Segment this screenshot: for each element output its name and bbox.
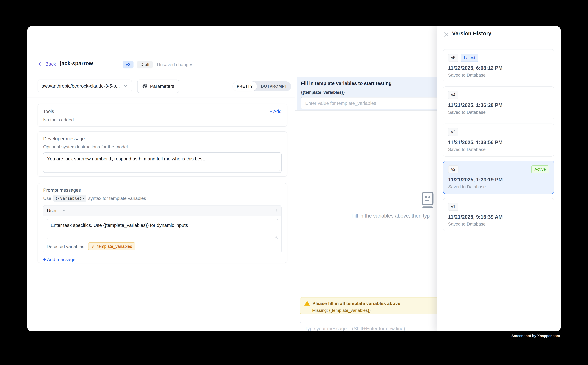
tools-empty-text: No tools added [43, 117, 282, 122]
version-history-divider [436, 44, 560, 44]
version-history-header: Version History [436, 26, 560, 44]
toggle-option-pretty[interactable]: PRETTY [233, 81, 257, 91]
header-badges: v2 Draft Unsaved changes [123, 61, 193, 69]
plus-icon: + [270, 109, 272, 114]
prompt-messages-card: Prompt messages Use {{variable}} syntax … [38, 183, 287, 263]
toggle-option-dotprompt[interactable]: DOTPROMPT [257, 81, 291, 91]
version-badge: v2 [123, 61, 133, 69]
watermark-text: Screenshot by Xnapper.com [512, 334, 560, 338]
version-timestamp: 11/22/2025, 6:08:12 PM [448, 65, 549, 71]
version-number-badge: v5 [448, 54, 458, 62]
app-window: Back jack-sparrow v2 Draft Unsaved chang… [28, 26, 560, 331]
close-icon[interactable] [443, 31, 450, 38]
version-timestamp: 11/21/2025, 1:36:28 PM [448, 102, 549, 108]
version-card-v5[interactable]: v5 Latest 11/22/2025, 6:08:12 PM Saved t… [443, 49, 554, 82]
version-card-v1[interactable]: v1 11/21/2025, 9:16:39 AM Saved to Datab… [443, 198, 554, 231]
chevron-down-icon [123, 84, 128, 88]
version-status: Saved to Database [448, 147, 549, 152]
detected-variable-name: template_variables [97, 244, 132, 249]
version-number-badge: v4 [448, 91, 458, 99]
version-card-v3[interactable]: v3 11/21/2025, 1:33:56 PM Saved to Datab… [443, 124, 554, 157]
user-message-textarea[interactable]: Enter task specifics. Use {{template_var… [47, 219, 278, 239]
robot-icon [421, 192, 434, 209]
resize-grip-icon[interactable] [274, 234, 277, 238]
prompt-messages-title: Prompt messages [43, 187, 282, 193]
version-number-badge: v3 [448, 128, 458, 136]
version-timestamp: 11/21/2025, 9:16:39 AM [448, 214, 549, 220]
role-select[interactable]: User [47, 208, 66, 213]
chat-empty-text: Fill in the variables above, then typ [352, 213, 430, 219]
screenshot-canvas: Back jack-sparrow v2 Draft Unsaved chang… [0, 0, 588, 365]
version-card-v2-active[interactable]: v2 Active 11/21/2025, 1:33:19 PM Saved t… [443, 161, 554, 194]
add-tool-button[interactable]: + Add [270, 109, 282, 114]
add-message-button[interactable]: + Add message [43, 257, 76, 262]
plus-icon: + [43, 257, 46, 262]
role-select-value: User [47, 208, 57, 213]
unsaved-changes-label: Unsaved changes [157, 62, 193, 67]
developer-message-textarea[interactable]: You are jack sparrow number 1, respond a… [43, 152, 282, 173]
tools-card: Tools + Add No tools added [38, 104, 287, 126]
version-list: v5 Latest 11/22/2025, 6:08:12 PM Saved t… [443, 49, 554, 235]
draft-badge: Draft [137, 61, 153, 69]
version-number-badge: v2 [448, 165, 458, 173]
detected-variable-chip[interactable]: template_variables [88, 242, 135, 250]
prompt-message-block: User Enter task specifics. Use {{templat… [43, 205, 282, 253]
add-tool-label: Add [273, 109, 282, 114]
model-select[interactable]: aws/anthropic/bedrock-claude-3-5-s... [38, 80, 132, 92]
developer-message-title: Developer message [43, 136, 282, 141]
version-status: Saved to Database [448, 222, 549, 227]
toolbar-divider [28, 97, 295, 98]
pencil-icon [91, 244, 95, 248]
parameters-button[interactable]: Parameters [137, 80, 179, 93]
page-title: jack-sparrow [60, 60, 93, 66]
version-timestamp: 11/21/2025, 1:33:56 PM [448, 140, 549, 145]
version-status: Saved to Database [448, 110, 549, 115]
prompt-subtitle-prefix: Use [43, 196, 51, 201]
version-number-badge: v1 [448, 203, 458, 211]
latest-badge: Latest [461, 54, 478, 62]
resize-grip-icon[interactable] [277, 168, 281, 172]
active-badge: Active [531, 165, 549, 173]
prompt-message-header: User [43, 205, 281, 216]
version-timestamp: 11/21/2025, 1:33:19 PM [448, 177, 549, 183]
version-card-v4[interactable]: v4 11/21/2025, 1:36:28 PM Saved to Datab… [443, 86, 554, 119]
warning-title: Please fill in all template variables ab… [312, 301, 400, 306]
developer-message-card: Developer message Optional system instru… [38, 131, 287, 177]
back-label: Back [45, 61, 56, 67]
version-history-title: Version History [452, 30, 491, 36]
back-button[interactable]: Back [38, 61, 56, 67]
version-status: Saved to Database [448, 73, 549, 78]
chevron-down-icon [62, 209, 66, 213]
version-history-panel: Version History v5 Latest 11/22/2025, 6:… [436, 26, 560, 331]
drag-handle-icon[interactable] [273, 208, 278, 213]
tools-title: Tools [43, 109, 54, 114]
add-message-label: Add message [47, 257, 76, 262]
format-toggle: PRETTY DOTPROMPT [233, 81, 291, 91]
back-arrow-icon [38, 61, 43, 67]
detected-variables-label: Detected variables: [47, 244, 85, 249]
warning-icon [304, 300, 310, 306]
version-status: Saved to Database [448, 184, 549, 189]
variable-syntax-chip: {{variable}} [53, 195, 86, 202]
editor-panel: aws/anthropic/bedrock-claude-3-5-s... Pa… [28, 75, 295, 331]
prompt-subtitle-suffix: syntax for template variables [88, 196, 146, 201]
model-select-value: aws/anthropic/bedrock-claude-3-5-s... [42, 83, 123, 89]
parameters-label: Parameters [150, 84, 174, 89]
gear-icon [142, 84, 148, 89]
developer-message-subtitle: Optional system instructions for the mod… [43, 144, 282, 149]
